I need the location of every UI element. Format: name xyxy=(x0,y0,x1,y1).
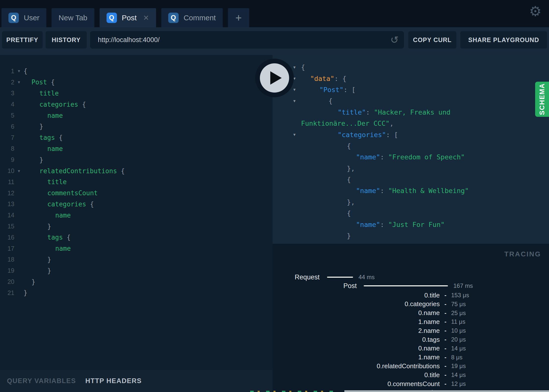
code-text: Post { xyxy=(24,78,55,86)
tab-comment[interactable]: QComment xyxy=(161,8,223,27)
collapse-arrow-icon[interactable]: ▼ xyxy=(293,87,296,92)
tab-label: User xyxy=(24,14,39,22)
line-number: 15 xyxy=(0,223,14,230)
code-text: } xyxy=(24,223,51,230)
response-line: ▼"categories": [ xyxy=(273,129,549,140)
tab-label: Post xyxy=(122,14,137,22)
response-text: "name": "Health & Wellbeing" xyxy=(273,187,469,195)
line-number: 12 xyxy=(0,190,14,197)
settings-gear-icon[interactable]: ⚙ xyxy=(529,4,542,18)
response-line: }, xyxy=(273,163,549,174)
trace-span-time: 167 ms xyxy=(453,282,473,290)
response-line: { xyxy=(273,208,549,219)
tracing-field-path: 1.name xyxy=(273,318,440,326)
play-icon xyxy=(270,71,282,85)
editor-line: 7tags { xyxy=(0,132,273,143)
trace-span-label: Post xyxy=(273,282,357,290)
line-number: 4 xyxy=(0,101,14,108)
response-text: { xyxy=(273,176,351,183)
endpoint-url-value: http://localhost:4000/ xyxy=(98,36,390,44)
tab-new-tab[interactable]: New Tab xyxy=(52,8,94,27)
close-tab-icon[interactable]: ✕ xyxy=(143,14,149,22)
query-variables-tab[interactable]: QUERY VARIABLES xyxy=(7,377,76,385)
code-text: } xyxy=(24,278,35,286)
query-badge: Q xyxy=(8,13,19,23)
tracing-dash: - xyxy=(440,380,451,387)
history-button[interactable]: HISTORY xyxy=(46,31,87,49)
trace-span-bar xyxy=(364,285,448,286)
tracing-field-path: 0.tags xyxy=(273,336,440,343)
response-text: "categories": [ xyxy=(273,131,398,139)
response-text: "name": "Freedom of Speech" xyxy=(273,153,465,161)
tracing-duration: 8 μs xyxy=(451,354,463,361)
editor-line: 3title xyxy=(0,88,273,99)
execute-query-button[interactable] xyxy=(255,59,294,97)
code-text: categories { xyxy=(24,101,86,108)
collapse-arrow-icon[interactable]: ▼ xyxy=(293,132,296,137)
tracing-duration: 75 μs xyxy=(451,301,466,308)
editor-line: 1▼{ xyxy=(0,66,273,77)
tab-post[interactable]: QPost✕ xyxy=(100,8,156,27)
prettify-button[interactable]: PRETTIFY xyxy=(2,31,43,49)
code-text: title xyxy=(24,90,59,97)
response-line: ▼"data": { xyxy=(273,73,549,84)
tracing-row: 0.tags-20 μs xyxy=(273,335,549,344)
reload-schema-icon[interactable]: ↺ xyxy=(390,35,399,45)
copy-curl-button[interactable]: COPY CURL xyxy=(408,31,456,49)
response-line: "name": "Just For Fun" xyxy=(273,219,549,230)
code-text: } xyxy=(24,256,51,263)
collapse-arrow-icon[interactable]: ▼ xyxy=(293,65,296,70)
tracing-field-path: 0.title xyxy=(273,292,440,299)
tracing-dash: - xyxy=(440,336,451,343)
editor-line: 4categories { xyxy=(0,99,273,110)
tracing-dash: - xyxy=(440,345,451,352)
share-playground-button[interactable]: SHARE PLAYGROUND xyxy=(460,31,547,49)
code-text: } xyxy=(24,289,27,296)
line-number: 5 xyxy=(0,112,14,119)
tracing-row: 2.name-10 μs xyxy=(273,326,549,335)
trace-span-bar xyxy=(327,277,353,278)
tracing-field-path: 1.name xyxy=(273,353,440,361)
schema-side-tab[interactable]: SCHEMA xyxy=(535,82,549,117)
tracing-dash: - xyxy=(440,363,451,369)
horizontal-scrollbar[interactable] xyxy=(344,390,549,392)
query-editor[interactable]: 1▼{2▼Post {3title4categories {5name6}7ta… xyxy=(0,55,273,370)
toolbar: PRETTIFY HISTORY http://localhost:4000/ … xyxy=(0,27,549,55)
editor-line: 17name xyxy=(0,243,273,254)
code-text: tags { xyxy=(24,234,71,241)
schema-side-tab-label: SCHEMA xyxy=(538,83,546,115)
editor-line: 16tags { xyxy=(0,232,273,243)
code-text: name xyxy=(24,112,63,119)
editor-line: 10▼relatedContributions { xyxy=(0,165,273,176)
tracing-row: 0.categories-75 μs xyxy=(273,300,549,309)
response-text: { xyxy=(273,142,351,150)
collapse-arrow-icon[interactable]: ▼ xyxy=(293,99,296,103)
response-line: } xyxy=(273,230,549,241)
tracing-duration: 20 μs xyxy=(451,336,466,343)
trace-span-label: Request xyxy=(273,273,320,281)
response-line: { xyxy=(273,140,549,151)
tab-user[interactable]: QUser xyxy=(1,8,46,27)
response-text: Funktionäre...Der CCC", xyxy=(273,120,394,127)
fold-arrow-icon[interactable]: ▼ xyxy=(14,69,24,73)
code-text: categories { xyxy=(24,200,94,208)
editor-line: 21} xyxy=(0,287,273,298)
response-text: "title": "Hacker, Freaks und xyxy=(273,108,450,116)
tracing-dash: - xyxy=(440,310,451,317)
editor-line: 13categories { xyxy=(0,199,273,210)
tracing-duration: 153 μs xyxy=(451,292,469,299)
tracing-row: 0.title-14 μs xyxy=(273,370,549,379)
line-number: 17 xyxy=(0,245,14,252)
line-number: 6 xyxy=(0,123,14,130)
fold-arrow-icon[interactable]: ▼ xyxy=(14,80,24,84)
new-tab-button[interactable]: + xyxy=(228,8,249,27)
tracing-field-path: 0.title xyxy=(273,371,440,379)
response-text: "name": "Just For Fun" xyxy=(273,221,445,228)
tracing-field-path: 0.commentsCount xyxy=(273,380,440,388)
endpoint-url-input[interactable]: http://localhost:4000/ ↺ xyxy=(90,31,404,49)
tracing-duration: 10 μs xyxy=(451,327,466,334)
tracing-duration: 19 μs xyxy=(451,363,466,369)
fold-arrow-icon[interactable]: ▼ xyxy=(14,169,24,173)
code-text: relatedContributions { xyxy=(24,167,125,175)
http-headers-tab[interactable]: HTTP HEADERS xyxy=(85,377,142,385)
